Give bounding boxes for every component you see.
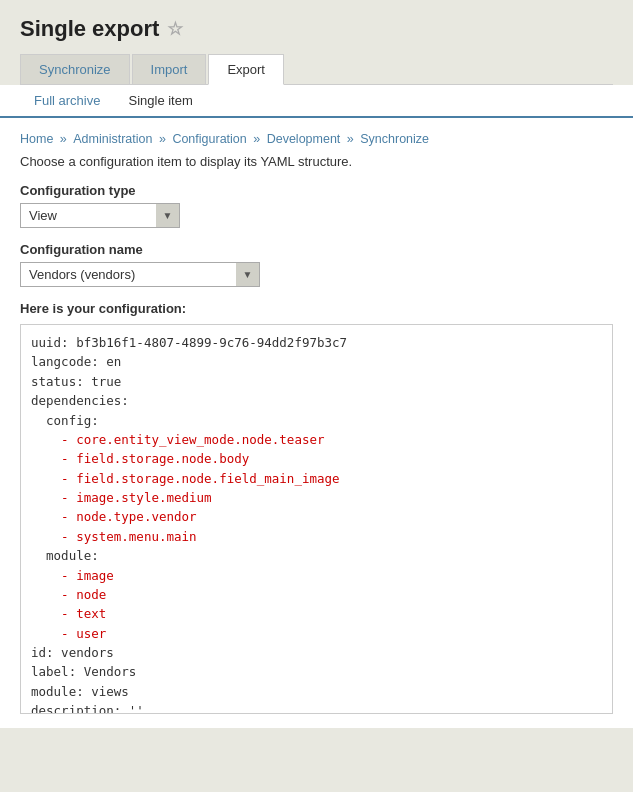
yaml-wrapper: uuid: bf3b16f1-4807-4899-9c76-94dd2f97b3…	[20, 324, 613, 714]
config-type-label: Configuration type	[20, 183, 613, 198]
config-type-select[interactable]: View	[20, 203, 180, 228]
title-text: Single export	[20, 16, 159, 42]
sub-tabs: Full archive Single item	[0, 85, 633, 118]
page-title: Single export ☆	[20, 16, 613, 42]
tab-import[interactable]: Import	[132, 54, 207, 84]
config-name-wrapper: Vendors (vendors) ▼	[20, 262, 260, 287]
breadcrumb-development[interactable]: Development	[267, 132, 341, 146]
tab-synchronize[interactable]: Synchronize	[20, 54, 130, 84]
breadcrumb: Home » Administration » Configuration » …	[20, 132, 613, 146]
sub-tab-full-archive[interactable]: Full archive	[20, 85, 114, 118]
yaml-box[interactable]: uuid: bf3b16f1-4807-4899-9c76-94dd2f97b3…	[20, 324, 613, 714]
description-text: Choose a configuration item to display i…	[20, 154, 613, 169]
config-name-label: Configuration name	[20, 242, 613, 257]
config-name-select[interactable]: Vendors (vendors)	[20, 262, 260, 287]
main-tabs: Synchronize Import Export	[20, 54, 613, 85]
breadcrumb-synchronize[interactable]: Synchronize	[360, 132, 429, 146]
inner-content: Home » Administration » Configuration » …	[0, 118, 633, 728]
breadcrumb-administration[interactable]: Administration	[73, 132, 152, 146]
sub-tab-single-item[interactable]: Single item	[114, 85, 206, 118]
breadcrumb-configuration[interactable]: Configuration	[172, 132, 246, 146]
page-header: Single export ☆ Synchronize Import Expor…	[0, 0, 633, 85]
breadcrumb-home[interactable]: Home	[20, 132, 53, 146]
star-icon[interactable]: ☆	[167, 18, 183, 40]
yaml-section-label: Here is your configuration:	[20, 301, 613, 316]
config-type-wrapper: View ▼	[20, 203, 180, 228]
tab-export[interactable]: Export	[208, 54, 284, 85]
content-area: Full archive Single item Home » Administ…	[0, 85, 633, 728]
